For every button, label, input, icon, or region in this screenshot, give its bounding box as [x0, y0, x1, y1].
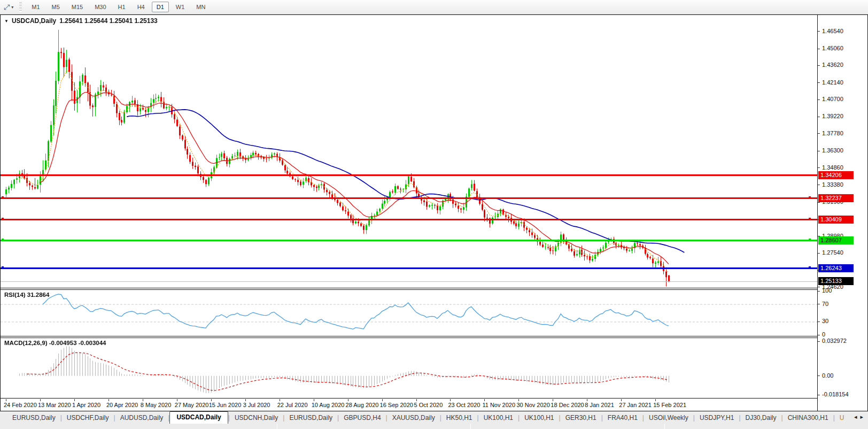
chart-tab-audusd-daily[interactable]: AUDUSD,Daily: [115, 412, 168, 424]
chart-tab-ger30-h1[interactable]: GER30,H1: [561, 412, 601, 424]
price-axis-column[interactable]: 1.465401.450601.436201.421401.407001.392…: [817, 15, 866, 411]
price-axis-label: 1.42140: [822, 79, 843, 86]
price-line-badge: 1.30409: [818, 216, 854, 224]
date-axis-label: 3 Jul 2020: [243, 402, 270, 408]
date-axis-label: 27 May 2020: [175, 402, 209, 408]
date-axis-tick: [280, 399, 280, 401]
chart-tab-eurusd-daily[interactable]: EURUSD,Daily: [284, 412, 337, 424]
chart-tab-xauusd-daily[interactable]: XAUUSD,Daily: [387, 412, 440, 424]
timeframe-button-mn[interactable]: MN: [191, 2, 210, 12]
horizontal-price-line[interactable]: [1, 219, 817, 220]
line-selection-handle[interactable]: [809, 266, 811, 269]
line-selection-handle[interactable]: [809, 218, 811, 220]
price-axis-label: 1.39220: [822, 113, 843, 119]
date-axis-label: 20 Apr 2020: [106, 402, 138, 408]
collapse-triangle-icon[interactable]: ▼: [4, 19, 9, 24]
price-axis-label: 1.45060: [822, 45, 843, 51]
macd-axis-tick: [818, 341, 820, 342]
chart-tab-usdcnh-daily[interactable]: USDCNH,Daily: [230, 412, 283, 424]
line-selection-handle[interactable]: [2, 266, 4, 269]
date-axis-label: 22 Jul 2020: [277, 402, 308, 408]
rsi-canvas[interactable]: [1, 290, 817, 336]
horizontal-price-line[interactable]: [1, 240, 817, 241]
timeframe-button-h1[interactable]: H1: [113, 2, 130, 12]
line-selection-handle[interactable]: [2, 218, 4, 220]
macd-axis-label: 0.00: [822, 372, 833, 379]
date-axis-label: 11 Nov 2020: [482, 402, 515, 408]
price-axis-tick: [818, 99, 820, 100]
date-axis-label: 16 Sep 2020: [380, 402, 413, 408]
toolbar-grip[interactable]: [19, 2, 22, 12]
macd-panel[interactable]: [1, 338, 817, 398]
chart-title: ▼ USDCAD,Daily 1.25641 1.25644 1.25041 1…: [4, 17, 158, 25]
price-axis-tick: [818, 82, 820, 83]
date-axis-tick: [382, 399, 383, 401]
price-axis-tick: [818, 185, 820, 185]
rsi-axis-tick: [818, 335, 820, 335]
date-axis-label: 8 May 2020: [141, 402, 171, 408]
horizontal-price-line[interactable]: [1, 267, 817, 269]
timeframe-button-m1[interactable]: M1: [27, 2, 44, 12]
timeframe-buttons: M1M5M15M30H1H4D1W1MN: [26, 2, 211, 12]
chart-tab-gbpusd-h4[interactable]: GBPUSD,H4: [339, 412, 385, 424]
date-axis-tick: [450, 399, 451, 401]
macd-label: MACD(12,26,9) -0.004953 -0.003044: [4, 340, 106, 346]
chart-tab-u[interactable]: U: [835, 412, 849, 424]
macd-canvas[interactable]: [1, 338, 817, 398]
date-axis-label: 1 Apr 2020: [72, 402, 100, 408]
date-axis-tick: [587, 399, 587, 401]
price-axis-tick: [818, 49, 820, 49]
date-axis-tick: [108, 399, 109, 401]
timeframe-button-w1[interactable]: W1: [171, 2, 190, 12]
rsi-axis-label: 70: [822, 301, 828, 307]
price-line-badge: 1.26243: [818, 264, 854, 272]
price-axis-tick: [818, 287, 820, 287]
chart-tab-dj30-daily[interactable]: DJ30,Daily: [741, 412, 781, 424]
rsi-axis-tick: [818, 321, 820, 322]
date-axis-tick: [484, 399, 485, 401]
rsi-axis-label: 0: [822, 331, 825, 338]
chevron-down-icon[interactable]: ▾: [11, 5, 15, 10]
timeframe-button-d1[interactable]: D1: [152, 2, 169, 12]
chart-tab-china300-h1[interactable]: CHINA300,H1: [783, 412, 833, 424]
chart-ohlc-values: 1.25641 1.25644 1.25041 1.25133: [59, 17, 158, 25]
chart-tab-usoil-weekly[interactable]: USOil,Weekly: [644, 412, 693, 424]
rsi-name: RSI(14): [4, 292, 26, 298]
chart-tab-hk50-h1[interactable]: HK50,H1: [441, 412, 477, 424]
price-panel[interactable]: [1, 15, 817, 288]
date-axis-tick: [74, 399, 75, 401]
date-axis-label: 27 Jan 2021: [619, 402, 652, 408]
date-axis-label: 28 Aug 2020: [346, 402, 379, 408]
price-axis-tick: [818, 133, 820, 134]
price-axis-label: 1.43620: [822, 62, 843, 68]
timeframe-button-m5[interactable]: M5: [47, 2, 65, 12]
timeframe-button-m30[interactable]: M30: [90, 2, 111, 12]
price-chart-canvas[interactable]: [1, 15, 817, 288]
line-selection-handle[interactable]: [809, 196, 811, 198]
rsi-axis-label: 100: [822, 287, 832, 294]
tab-scroll-arrows[interactable]: ◂▸: [851, 413, 866, 420]
top-toolbar: ⤢ ▾ M1M5M15M30H1H4D1W1MN: [0, 0, 868, 14]
timeframe-button-m15[interactable]: M15: [67, 2, 88, 12]
line-selection-handle[interactable]: [2, 196, 4, 198]
date-axis-tick: [553, 399, 553, 401]
chart-tab-uk100-h1[interactable]: UK100,H1: [520, 412, 559, 424]
rsi-panel[interactable]: [1, 290, 817, 336]
horizontal-price-line[interactable]: [1, 197, 817, 199]
line-selection-handle[interactable]: [2, 239, 4, 241]
timeframe-button-h4[interactable]: H4: [133, 2, 150, 12]
date-axis[interactable]: 24 Feb 202013 Mar 20201 Apr 202020 Apr 2…: [1, 399, 817, 411]
chart-tab-usdchf-daily[interactable]: USDCHF,Daily: [62, 412, 114, 424]
horizontal-price-line[interactable]: [1, 174, 817, 176]
chart-tab-bar: EURUSD,Daily|USDCHF,Daily|AUDUSD,Daily|U…: [0, 411, 868, 424]
status-divider: [470, 424, 471, 429]
chart-tab-uk100-h1[interactable]: UK100,H1: [479, 412, 518, 424]
current-price-line: [1, 281, 817, 282]
line-selection-handle[interactable]: [809, 239, 811, 241]
chart-tab-usdjpy-h1[interactable]: USDJPY,H1: [695, 412, 739, 424]
chart-tab-usdcad-daily[interactable]: USDCAD,Daily: [169, 411, 228, 424]
chart-tools-icon[interactable]: ⤢: [3, 2, 11, 12]
chart-tab-eurusd-daily[interactable]: EURUSD,Daily: [7, 412, 60, 424]
price-axis-label: 1.34860: [822, 164, 843, 171]
chart-tab-fra40-h1[interactable]: FRA40,H1: [603, 412, 642, 424]
